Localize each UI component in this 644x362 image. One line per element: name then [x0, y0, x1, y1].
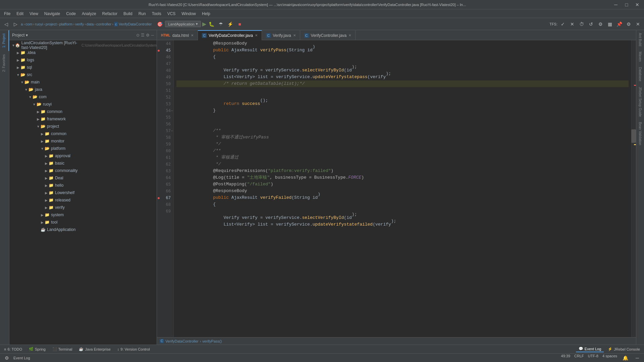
- tree-ruoyi[interactable]: ▼ 📂 ruoyi: [9, 101, 157, 108]
- tab-data-html-close[interactable]: ✕: [191, 34, 194, 37]
- stop-btn[interactable]: ■: [236, 20, 244, 28]
- menu-window[interactable]: Window: [179, 11, 199, 17]
- tree-commonality[interactable]: ▶ 📁 commonality: [9, 167, 157, 174]
- tree-verify[interactable]: ▶ 📁 verify: [9, 204, 157, 211]
- layout-btn[interactable]: ▦: [606, 20, 614, 28]
- pin-btn[interactable]: 📌: [615, 20, 623, 28]
- bc-ruoyi[interactable]: ruoyi: [35, 22, 43, 26]
- tfs-x-btn[interactable]: ✕: [568, 20, 576, 28]
- tab-verifycontroller[interactable]: C VerifyController.java ✕: [300, 30, 356, 40]
- tree-root[interactable]: ▼ 🏠 LandCirculationSystem [RuoYi-fast-Vl…: [9, 42, 157, 49]
- debug-btn[interactable]: 🐛: [208, 20, 216, 28]
- tree-framework[interactable]: ▶ 📁 framework: [9, 115, 157, 123]
- tfs-refresh-btn[interactable]: ↺: [587, 20, 595, 28]
- run-config[interactable]: LandApplication ▾: [165, 21, 201, 27]
- tree-proj-common[interactable]: ▶ 📁 common: [9, 130, 157, 137]
- fold-54[interactable]: –: [171, 109, 173, 112]
- tree-src[interactable]: ▼ 📂 src: [9, 71, 157, 78]
- bottom-tab-jrebel-console[interactable]: ⚡ JRebel Console: [605, 346, 643, 352]
- bc-platform[interactable]: platform: [59, 22, 72, 26]
- bc-com[interactable]: com: [25, 22, 33, 26]
- tree-released[interactable]: ▶ 📁 released: [9, 196, 157, 204]
- tab-verify[interactable]: C Verify.java ✕: [262, 30, 300, 40]
- bottom-tab-vcs[interactable]: ↕ 9: Version Control: [115, 347, 153, 352]
- coverage-btn[interactable]: ☂: [217, 20, 225, 28]
- bc-a[interactable]: a: [21, 22, 23, 26]
- menu-view[interactable]: View: [27, 11, 41, 17]
- right-tab-jrebel[interactable]: JRebel Setup Guide: [638, 84, 643, 120]
- bottom-tab-eventlog[interactable]: 💬 Event Log: [576, 346, 604, 352]
- tfs-settings-btn[interactable]: ⚙: [596, 20, 604, 28]
- notifications-btn[interactable]: 🔔: [621, 354, 629, 362]
- bc-project[interactable]: project: [46, 22, 57, 26]
- run-button[interactable]: ▶: [202, 21, 206, 27]
- tree-idea[interactable]: ▶ 📁 .idea: [9, 49, 157, 56]
- right-tab-ant[interactable]: Ant Build: [638, 30, 643, 49]
- scroll-thumb[interactable]: [631, 129, 636, 143]
- right-tab-maven[interactable]: Maven: [638, 49, 643, 64]
- tree-lowershelf[interactable]: ▶ 📁 Lowershelf: [9, 189, 157, 196]
- forward-btn[interactable]: ▷: [11, 20, 19, 28]
- fold-57[interactable]: –: [171, 129, 173, 132]
- tree-main[interactable]: ▼ 📂 main: [9, 78, 157, 86]
- tfs-check-btn[interactable]: ✓: [559, 20, 567, 28]
- bc-class[interactable]: VerifyDataController: [119, 22, 152, 26]
- tree-logs[interactable]: ▶ 📁 logs: [9, 56, 157, 64]
- menu-build[interactable]: Build: [121, 11, 135, 17]
- menu-tools[interactable]: Tools: [149, 11, 164, 17]
- bottom-tab-java-enterprise[interactable]: ☕ Java Enterprise: [76, 346, 113, 352]
- tree-project[interactable]: ▼ 📂 project: [9, 123, 157, 130]
- tab-verify-close[interactable]: ✕: [293, 34, 296, 37]
- status-minimize-btn[interactable]: ─: [633, 354, 641, 362]
- settings-btn2[interactable]: ⚙: [625, 20, 633, 28]
- tab-data-html[interactable]: HTML data.html ✕: [157, 30, 198, 40]
- code-content[interactable]: @ResponseBody public AjaxResult verifyPa…: [174, 40, 631, 337]
- menu-help[interactable]: Help: [199, 11, 213, 17]
- tree-common1[interactable]: ▶ 📁 common: [9, 108, 157, 115]
- menu-refactor[interactable]: Refactor: [100, 11, 120, 17]
- tab-project[interactable]: 1: Project: [0, 30, 9, 51]
- tree-sql[interactable]: ▶ 📁 sql: [9, 64, 157, 71]
- tree-hello[interactable]: ▶ 📁 hello: [9, 182, 157, 189]
- menu-navigate[interactable]: Navigate: [42, 11, 63, 17]
- scroll-indicator[interactable]: [631, 40, 636, 337]
- menu-edit[interactable]: Edit: [14, 11, 26, 17]
- tab-favorites[interactable]: 2: Favorites: [0, 51, 9, 75]
- right-tab-bean[interactable]: Bean Validation: [638, 119, 643, 148]
- tree-system[interactable]: ▶ 📁 system: [9, 211, 157, 219]
- tree-monitor[interactable]: ▶ 📁 monitor: [9, 137, 157, 145]
- menu-code[interactable]: Code: [63, 11, 78, 17]
- back-btn[interactable]: ◁: [2, 20, 10, 28]
- bottom-tab-todo[interactable]: ≡ 6: TODO: [1, 347, 25, 352]
- panel-minimize-btn[interactable]: ─: [151, 33, 154, 38]
- tfs-history-btn[interactable]: ⏱: [578, 20, 586, 28]
- search-targets-btn[interactable]: 🎯: [156, 20, 164, 28]
- maximize-btn[interactable]: □: [623, 1, 631, 9]
- panel-settings-btn2[interactable]: ⚙: [146, 33, 150, 38]
- bc-verify[interactable]: verify: [75, 22, 84, 26]
- tree-java[interactable]: ▼ 📂 java: [9, 86, 157, 93]
- tree-basic[interactable]: ▶ 📁 basic: [9, 160, 157, 167]
- menu-vcs[interactable]: VCS: [165, 11, 178, 17]
- menu-run[interactable]: Run: [136, 11, 149, 17]
- bc-controller[interactable]: controller: [96, 22, 111, 26]
- close-btn[interactable]: ✕: [633, 1, 641, 9]
- panel-settings-btn[interactable]: ⊙: [136, 33, 140, 38]
- tab-vdc-close[interactable]: ✕: [255, 34, 258, 37]
- tab-vc-close[interactable]: ✕: [348, 34, 351, 37]
- menu-file[interactable]: File: [1, 11, 13, 17]
- close-toolbar-btn[interactable]: ✕: [634, 20, 642, 28]
- window-controls[interactable]: ─ □ ✕: [612, 1, 641, 9]
- tree-deal[interactable]: ▶ 📁 Deal: [9, 174, 157, 182]
- bc-method[interactable]: verifyPass(): [202, 339, 222, 343]
- menu-analyze[interactable]: Analyze: [79, 11, 99, 17]
- status-settings-btn[interactable]: ⚙: [3, 354, 11, 362]
- profile-btn[interactable]: ⚡: [226, 20, 234, 28]
- bottom-tab-spring[interactable]: 🌿 Spring: [26, 346, 48, 352]
- bc-controller[interactable]: VerifyDataController: [165, 339, 198, 343]
- right-tab-database[interactable]: Database: [638, 64, 643, 84]
- tree-approval[interactable]: ▶ 📁 approval: [9, 152, 157, 160]
- tab-verifydatacontroller[interactable]: C VerifyDataController.java ✕: [198, 30, 262, 40]
- bottom-tab-terminal[interactable]: ⬛ Terminal: [50, 346, 75, 352]
- tree-landapp[interactable]: ▶ ☕ LandApplication: [9, 226, 157, 233]
